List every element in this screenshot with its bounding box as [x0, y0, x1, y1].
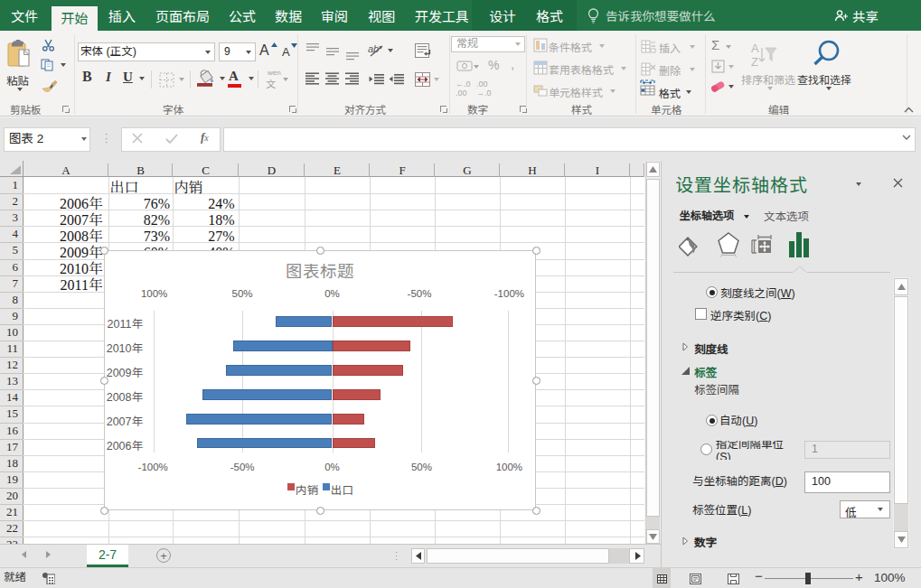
svg-text:Z: Z — [751, 55, 758, 69]
svg-text:A: A — [751, 42, 759, 55]
svg-text:ab: ab — [368, 43, 379, 54]
